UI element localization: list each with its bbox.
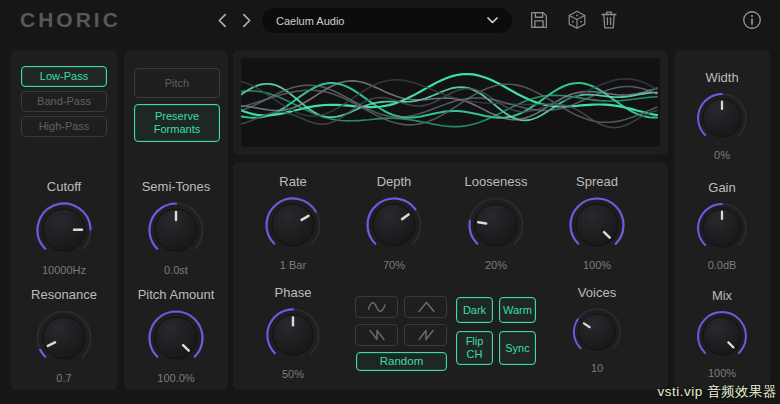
knob-value: 50% — [243, 367, 343, 381]
chevron-down-icon — [487, 17, 498, 24]
semitones-knob[interactable]: Semi-Tones0.0st — [126, 179, 226, 277]
knob-label: Rate — [243, 174, 343, 190]
knob-label: Spread — [547, 174, 647, 190]
waveform-scope — [241, 58, 660, 147]
sine-wave-button[interactable] — [355, 296, 398, 318]
prev-arrow-icon — [219, 15, 225, 27]
triangle-wave-icon — [413, 298, 439, 316]
knob-dial[interactable] — [145, 307, 207, 369]
looseness-knob[interactable]: Looseness20% — [446, 174, 546, 272]
warm-toggle[interactable]: Warm — [499, 297, 536, 323]
dark-toggle[interactable]: Dark — [456, 297, 493, 323]
phase-knob[interactable]: Phase50% — [243, 285, 343, 381]
knob-dial[interactable] — [363, 194, 425, 256]
knob-label: Looseness — [446, 174, 546, 190]
knob-label: Depth — [344, 174, 444, 190]
knob-dial[interactable] — [262, 194, 324, 256]
knob-value: 20% — [446, 258, 546, 272]
delete-preset-button[interactable] — [598, 9, 620, 31]
preset-name: Caelum Audio — [276, 15, 487, 27]
random-button[interactable]: Random — [356, 352, 447, 371]
scope-waves — [241, 58, 660, 147]
sync-toggle[interactable]: Sync — [499, 331, 536, 365]
highpass-button[interactable]: High-Pass — [21, 116, 107, 137]
sine-wave-icon — [364, 298, 390, 316]
preset-prev-button[interactable] — [214, 12, 230, 29]
preset-dropdown[interactable]: Caelum Audio — [262, 8, 512, 33]
sync-label: Sync — [505, 342, 529, 355]
flip-ch-label: Flip CH — [459, 335, 490, 360]
preserve-formants-label: Preserve Formants — [137, 110, 217, 135]
knob-value: 1 Bar — [243, 258, 343, 272]
knob-dial[interactable] — [263, 305, 323, 365]
knob-dial[interactable] — [33, 307, 95, 369]
depth-knob[interactable]: Depth70% — [344, 174, 444, 272]
knob-dial[interactable] — [566, 194, 628, 256]
trash-icon — [598, 9, 620, 31]
knob-label: Resonance — [14, 287, 114, 303]
knob-label: Semi-Tones — [126, 179, 226, 195]
knob-label: Width — [672, 70, 772, 86]
cutoff-knob[interactable]: Cutoff10000Hz — [14, 179, 114, 277]
rate-knob[interactable]: Rate1 Bar — [243, 174, 343, 272]
watermark: vsti.vip 音频效果器 — [657, 383, 777, 401]
knob-dial[interactable] — [465, 194, 527, 256]
lowpass-label: Low-Pass — [40, 70, 88, 83]
save-button[interactable] — [528, 9, 550, 31]
knob-label: Mix — [672, 288, 772, 304]
preserve-formants-button[interactable]: Preserve Formants — [134, 104, 220, 142]
saw-down-wave-icon — [364, 326, 390, 344]
knob-value: 100% — [672, 366, 772, 380]
random-label: Random — [380, 355, 423, 368]
preset-next-button[interactable] — [239, 12, 255, 29]
knob-dial[interactable] — [570, 305, 624, 359]
knob-label: Cutoff — [14, 179, 114, 195]
spread-knob[interactable]: Spread100% — [547, 174, 647, 272]
knob-dial[interactable] — [145, 199, 207, 261]
flip-ch-toggle[interactable]: Flip CH — [456, 331, 493, 365]
knob-dial[interactable] — [694, 308, 750, 364]
pitch-button[interactable]: Pitch — [134, 68, 220, 98]
info-button[interactable] — [741, 9, 763, 31]
knob-label: Phase — [243, 285, 343, 301]
knob-label: Voices — [547, 285, 647, 301]
randomize-button[interactable] — [566, 9, 588, 31]
knob-value: 70% — [344, 258, 444, 272]
dark-label: Dark — [463, 304, 486, 317]
knob-label: Pitch Amount — [126, 287, 226, 303]
lowpass-button[interactable]: Low-Pass — [21, 66, 107, 87]
knob-label: Gain — [672, 180, 772, 196]
gain-knob[interactable]: Gain0.0dB — [672, 180, 772, 272]
knob-value: 100.0% — [126, 371, 226, 385]
pitch-amount-knob[interactable]: Pitch Amount100.0% — [126, 287, 226, 385]
save-icon — [528, 9, 550, 31]
next-arrow-icon — [244, 15, 250, 27]
highpass-label: High-Pass — [39, 120, 90, 133]
triangle-wave-button[interactable] — [404, 296, 447, 318]
dice-icon — [566, 9, 588, 31]
bandpass-button[interactable]: Band-Pass — [21, 91, 107, 112]
knob-dial[interactable] — [694, 90, 750, 146]
knob-value: 100% — [547, 258, 647, 272]
knob-value: 10000Hz — [14, 263, 114, 277]
app-logo: CHORIC — [20, 8, 121, 32]
knob-dial[interactable] — [694, 200, 750, 256]
warm-label: Warm — [503, 304, 532, 317]
info-icon — [741, 9, 763, 31]
bandpass-label: Band-Pass — [37, 95, 91, 108]
knob-value: 0.7 — [14, 371, 114, 385]
width-knob[interactable]: Width0% — [672, 70, 772, 162]
knob-value: 0% — [672, 148, 772, 162]
resonance-knob[interactable]: Resonance0.7 — [14, 287, 114, 385]
saw-up-wave-icon — [413, 326, 439, 344]
knob-value: 10 — [547, 361, 647, 375]
voices-knob[interactable]: Voices10 — [547, 285, 647, 375]
knob-dial[interactable] — [33, 199, 95, 261]
knob-value: 0.0dB — [672, 258, 772, 272]
saw-down-wave-button[interactable] — [355, 324, 398, 346]
pitch-label: Pitch — [165, 77, 189, 90]
mix-knob[interactable]: Mix100% — [672, 288, 772, 380]
knob-value: 0.0st — [126, 263, 226, 277]
saw-up-wave-button[interactable] — [404, 324, 447, 346]
